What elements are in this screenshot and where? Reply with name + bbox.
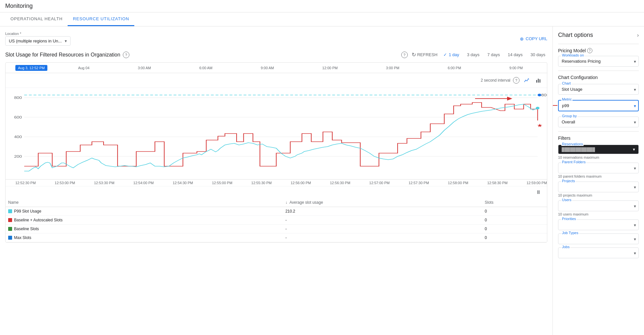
svg-text:800: 800 bbox=[541, 93, 547, 97]
pricing-model-title: Pricing Model bbox=[558, 48, 586, 53]
svg-rect-0 bbox=[536, 80, 537, 83]
job-types-select[interactable] bbox=[558, 233, 639, 244]
svg-text:600: 600 bbox=[14, 116, 22, 119]
location-wrapper: Location * US (multiple regions in Un...… bbox=[5, 32, 71, 46]
interval-label: 2 second interval bbox=[481, 78, 510, 83]
legend-slots-max: 0 bbox=[482, 233, 547, 242]
bar-chart-icon[interactable] bbox=[534, 76, 543, 85]
legend-col-name: Name bbox=[6, 198, 283, 207]
job-types-field: Job Types ▾ bbox=[558, 233, 639, 244]
chart-help-icon[interactable]: ? bbox=[401, 52, 408, 58]
legend-avg-p99: 210.2 bbox=[283, 207, 482, 216]
refresh-button[interactable]: ↻ REFRESH bbox=[412, 52, 438, 58]
metric-field: Metric p99 ▾ bbox=[558, 100, 639, 111]
users-hint: 10 users maximum bbox=[558, 212, 639, 216]
tab-resource-utilization[interactable]: RESOURCE UTILIZATION bbox=[68, 12, 134, 26]
parent-folders-label: Parent Folders bbox=[561, 160, 586, 164]
divider-2 bbox=[558, 71, 639, 71]
jobs-field: Jobs ▾ bbox=[558, 247, 639, 258]
legend-slots-p99: 0 bbox=[482, 207, 547, 216]
metric-label: Metric bbox=[561, 97, 572, 101]
copy-url-label: COPY URL bbox=[526, 36, 547, 41]
sidebar: Chart options › Pricing Model ? Workload… bbox=[553, 26, 644, 335]
tab-operational-health[interactable]: OPERATIONAL HEALTH bbox=[5, 12, 68, 26]
users-select[interactable] bbox=[558, 200, 639, 211]
workloads-on-label: Workloads on bbox=[561, 53, 585, 57]
svg-text:★: ★ bbox=[537, 123, 542, 128]
job-types-label: Job Types bbox=[561, 231, 579, 235]
reservations-label: Reservations bbox=[561, 142, 584, 146]
divider-1 bbox=[558, 44, 639, 44]
users-field: Users ▾ bbox=[558, 200, 639, 211]
top-bar: Monitoring bbox=[0, 0, 644, 12]
workloads-on-field: Workloads on Reservations Pricing ▾ bbox=[558, 56, 639, 67]
filters-section: Filters Reservations ████████████ ▾ 10 r… bbox=[558, 136, 639, 258]
line-chart-icon[interactable] bbox=[522, 76, 531, 85]
legend-col-avg: ↓ Average slot usage bbox=[283, 198, 482, 207]
nav-ticks: Aug 04 3:00 AM 6:00 AM 9:00 AM 12:00 PM … bbox=[54, 66, 547, 70]
time-1day-button[interactable]: ✓ 1 day bbox=[441, 51, 461, 58]
jobs-select[interactable] bbox=[558, 247, 639, 258]
priorities-label: Priorities bbox=[561, 217, 577, 221]
parent-folders-select[interactable] bbox=[558, 163, 639, 173]
copy-url-button[interactable]: ⊕ COPY URL bbox=[520, 36, 547, 41]
chart-header: Slot Usage for Filtered Resources in Org… bbox=[5, 51, 547, 58]
pricing-model-help-icon[interactable]: ? bbox=[587, 48, 592, 53]
time-3days-button[interactable]: 3 days bbox=[465, 51, 481, 58]
sort-down-icon: ↓ bbox=[285, 200, 287, 205]
svg-text:800: 800 bbox=[14, 96, 22, 100]
color-swatch-baseline-auto bbox=[8, 218, 12, 222]
chart-select[interactable]: Slot Usage bbox=[558, 84, 639, 95]
group-by-select[interactable]: Overall bbox=[558, 117, 639, 127]
pricing-model-section: Pricing Model ? Workloads on Reservation… bbox=[558, 48, 639, 67]
chart-plot-area[interactable]: 800 600 400 200 800 ★ bbox=[6, 88, 547, 179]
refresh-icon: ↻ bbox=[412, 52, 416, 58]
legend-row-p99: P99 Slot Usage 210.2 0 bbox=[6, 207, 547, 216]
arrow-annotation bbox=[475, 94, 514, 104]
chart-svg: 800 600 400 200 800 ★ bbox=[6, 88, 547, 179]
parent-folders-field: Parent Folders ▾ bbox=[558, 163, 639, 173]
chart-top-controls: 2 second interval ? bbox=[6, 73, 547, 88]
location-select[interactable]: US (multiple regions in Un... ▾ bbox=[5, 36, 71, 46]
time-14days-button[interactable]: 14 days bbox=[506, 51, 525, 58]
chart-config-title: Chart Configuration bbox=[558, 75, 639, 80]
legend-avg-max: - bbox=[283, 233, 482, 242]
time-7days-button[interactable]: 7 days bbox=[486, 51, 502, 58]
legend-slots-baseline-auto: 0 bbox=[482, 216, 547, 225]
nav-time-label: Aug 3, 12:52 PM bbox=[15, 65, 47, 71]
users-label: Users bbox=[561, 198, 572, 202]
metric-select[interactable]: p99 bbox=[558, 100, 639, 111]
priorities-select[interactable] bbox=[558, 219, 639, 230]
projects-hint: 10 projects maximum bbox=[558, 193, 639, 197]
interval-help-icon[interactable]: ? bbox=[513, 77, 520, 84]
pricing-model-select[interactable]: Reservations Pricing bbox=[558, 56, 639, 67]
priorities-field: Priorities ▾ bbox=[558, 219, 639, 230]
chart-title-help-icon[interactable]: ? bbox=[123, 52, 129, 58]
time-30days-button[interactable]: 30 days bbox=[528, 51, 547, 58]
divider-3 bbox=[558, 131, 639, 132]
sidebar-title: Chart options › bbox=[558, 32, 639, 39]
svg-point-13 bbox=[537, 94, 541, 96]
projects-select[interactable] bbox=[558, 182, 639, 192]
time-navigator[interactable]: Aug 3, 12:52 PM Aug 04 3:00 AM 6:00 AM 9… bbox=[6, 63, 547, 73]
pricing-model-header: Pricing Model ? bbox=[558, 48, 639, 53]
sidebar-close-icon[interactable]: › bbox=[637, 32, 639, 38]
group-by-label: Group by bbox=[561, 114, 577, 118]
chart-config-section: Chart Configuration Chart Slot Usage ▾ M… bbox=[558, 75, 639, 127]
copy-icon: ⊕ bbox=[520, 36, 524, 41]
jobs-label: Jobs bbox=[561, 245, 570, 249]
legend-name-max: Max Slots bbox=[6, 233, 283, 242]
chart-select-label: Chart bbox=[561, 81, 571, 85]
chart-title-text: Slot Usage for Filtered Resources in Org… bbox=[5, 52, 120, 58]
pause-icon[interactable]: ⏸ bbox=[534, 188, 543, 197]
chart-title-area: Slot Usage for Filtered Resources in Org… bbox=[5, 52, 129, 58]
legend-table: Name ↓ Average slot usage Slots bbox=[6, 198, 547, 242]
reservations-hint: 10 reservations maximum bbox=[558, 155, 639, 159]
svg-text:400: 400 bbox=[14, 135, 22, 139]
legend-name-p99: P99 Slot Usage bbox=[6, 207, 283, 216]
svg-rect-2 bbox=[539, 79, 540, 83]
chevron-down-icon: ▾ bbox=[65, 39, 67, 43]
reservations-value[interactable]: ████████████ ▾ bbox=[558, 145, 639, 154]
color-swatch-p99 bbox=[8, 209, 12, 213]
main-layout: Location * US (multiple regions in Un...… bbox=[0, 26, 644, 335]
